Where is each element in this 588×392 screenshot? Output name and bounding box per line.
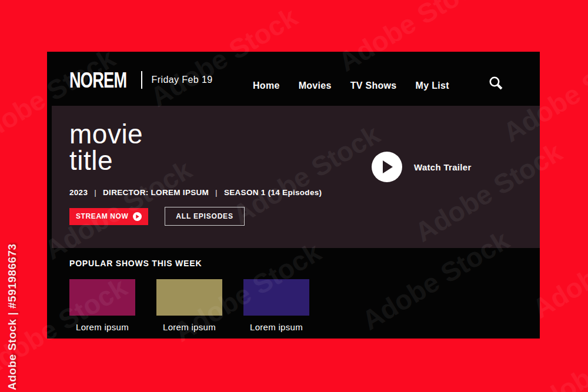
nav-item-my-list[interactable]: My List [416, 81, 449, 91]
movie-title-line1: movie [69, 121, 143, 148]
brand-separator [141, 71, 142, 89]
play-icon [133, 212, 142, 221]
main-nav: Home Movies TV Shows My List [253, 81, 449, 91]
show-card-label: Lorem ipsum [69, 322, 135, 332]
nav-item-movies[interactable]: Movies [299, 81, 332, 91]
show-card-label: Lorem ipsum [156, 322, 222, 332]
streaming-app-window: NOREM Friday Feb 19 Home Movies TV Shows… [47, 52, 540, 339]
show-card[interactable]: Lorem ipsum [243, 279, 309, 332]
movie-meta: 2023 | DIRECTOR: LOREM IPSUM | SEASON 1 … [69, 188, 322, 197]
movie-director: DIRECTOR: LOREM IPSUM [103, 188, 209, 197]
popular-shows-row: Lorem ipsum Lorem ipsum Lorem ipsum [69, 279, 309, 332]
watch-trailer-label: Watch Trailer [414, 162, 472, 172]
search-button[interactable] [487, 74, 506, 93]
watermark-credit: Adobe Stock | #591986673 [6, 225, 24, 390]
show-card[interactable]: Lorem ipsum [156, 279, 222, 332]
show-thumbnail[interactable] [243, 279, 309, 316]
brand-logo[interactable]: NOREM [69, 68, 126, 92]
hero-banner: movie title 2023 | DIRECTOR: LOREM IPSUM… [52, 106, 540, 248]
trailer-block: Watch Trailer [372, 152, 472, 182]
nav-item-tv-shows[interactable]: TV Shows [350, 81, 397, 91]
show-thumbnail[interactable] [69, 279, 135, 316]
header-date: Friday Feb 19 [152, 75, 213, 85]
play-icon [380, 159, 394, 175]
stream-now-button[interactable]: STREAM NOW [69, 208, 148, 225]
movie-season: SEASON 1 (14 Episodes) [224, 188, 322, 197]
stream-now-label: STREAM NOW [76, 212, 128, 220]
watch-trailer-play-button[interactable] [372, 152, 402, 182]
movie-title: movie title [69, 121, 143, 174]
app-header: NOREM Friday Feb 19 Home Movies TV Shows… [47, 52, 540, 106]
movie-title-line2: title [69, 148, 143, 174]
meta-separator: | [94, 188, 96, 197]
show-card-label: Lorem ipsum [243, 322, 309, 332]
movie-year: 2023 [69, 188, 88, 197]
brand-row: NOREM Friday Feb 19 [69, 69, 212, 91]
meta-separator: | [215, 188, 218, 197]
all-episodes-button[interactable]: ALL EPISODES [165, 207, 244, 226]
cta-row: STREAM NOW ALL EPISODES [69, 207, 245, 226]
search-icon [488, 75, 505, 92]
popular-shows-heading: POPULAR SHOWS THIS WEEK [69, 259, 202, 268]
show-thumbnail[interactable] [156, 279, 222, 316]
stock-image-frame: Adobe Stock Adobe Stock Adobe Stock Adob… [0, 0, 588, 392]
nav-item-home[interactable]: Home [253, 81, 280, 91]
show-card[interactable]: Lorem ipsum [69, 279, 135, 332]
